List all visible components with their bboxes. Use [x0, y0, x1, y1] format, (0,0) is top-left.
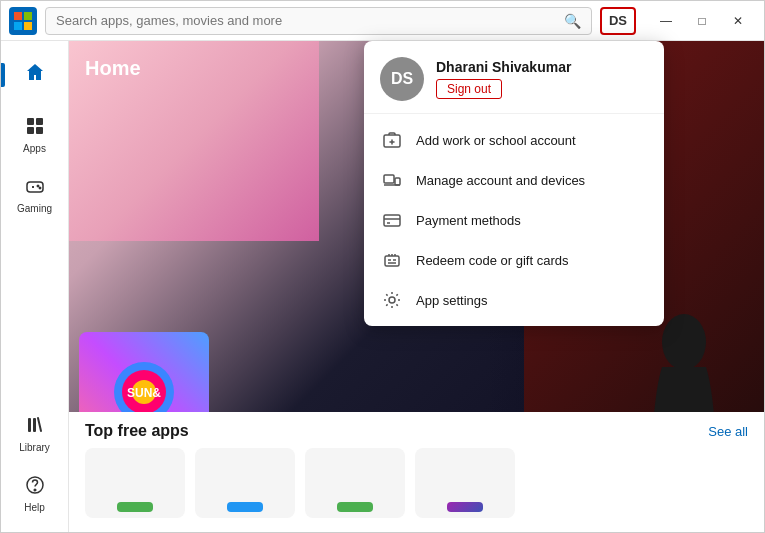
svg-rect-5 — [36, 118, 43, 125]
dropdown-header: DS Dharani Shivakumar Sign out — [364, 41, 664, 114]
dropdown-menu: Add work or school account Manage accoun… — [364, 114, 664, 326]
app-card-4-icon — [447, 502, 483, 512]
svg-rect-4 — [27, 118, 34, 125]
svg-point-25 — [389, 297, 395, 303]
manage-label: Manage account and devices — [416, 173, 585, 188]
free-apps-title: Top free apps — [85, 422, 189, 440]
svg-rect-6 — [27, 127, 34, 134]
app-card-1[interactable] — [85, 448, 185, 518]
search-input[interactable] — [56, 13, 556, 28]
redeem-icon — [382, 250, 402, 270]
sidebar-item-gaming[interactable]: Gaming — [5, 167, 65, 223]
dropdown-item-redeem[interactable]: Redeem code or gift cards — [364, 240, 664, 280]
window-controls: — □ ✕ — [648, 7, 756, 35]
svg-rect-1 — [24, 12, 32, 20]
titlebar: 🔍 DS — □ ✕ — [1, 1, 764, 41]
user-dropdown: DS Dharani Shivakumar Sign out Add work … — [364, 41, 664, 326]
user-name: Dharani Shivakumar — [436, 59, 648, 75]
app-card-3[interactable] — [305, 448, 405, 518]
svg-point-9 — [37, 185, 38, 186]
free-apps-header: Top free apps See all — [85, 422, 748, 440]
svg-rect-22 — [395, 178, 400, 185]
sidebar-label-apps: Apps — [23, 143, 46, 154]
sidebar-label-help: Help — [24, 502, 45, 513]
svg-point-14 — [34, 489, 36, 491]
dropdown-item-manage[interactable]: Manage account and devices — [364, 160, 664, 200]
add-work-label: Add work or school account — [416, 133, 576, 148]
sidebar-label-gaming: Gaming — [17, 203, 52, 214]
avatar: DS — [380, 57, 424, 101]
add-work-icon — [382, 130, 402, 150]
help-icon — [25, 475, 45, 500]
sidebar-item-library[interactable]: Library — [5, 406, 65, 462]
svg-rect-23 — [384, 215, 400, 226]
app-card-1-icon — [117, 502, 153, 512]
app-card-3-icon — [337, 502, 373, 512]
minimize-button[interactable]: — — [648, 7, 684, 35]
sign-out-button[interactable]: Sign out — [436, 79, 502, 99]
apps-icon — [25, 116, 45, 141]
app-card-2[interactable] — [195, 448, 295, 518]
manage-icon — [382, 170, 402, 190]
svg-rect-7 — [36, 127, 43, 134]
dropdown-item-add-work[interactable]: Add work or school account — [364, 120, 664, 160]
svg-rect-0 — [14, 12, 22, 20]
app-card-4[interactable] — [415, 448, 515, 518]
dropdown-item-settings[interactable]: App settings — [364, 280, 664, 320]
search-icon: 🔍 — [564, 13, 581, 29]
settings-icon — [382, 290, 402, 310]
ds-badge-button[interactable]: DS — [600, 7, 636, 35]
free-apps-section: Top free apps See all — [69, 412, 764, 532]
see-all-link[interactable]: See all — [708, 424, 748, 439]
gaming-icon — [25, 176, 45, 201]
svg-rect-12 — [33, 418, 36, 432]
svg-rect-11 — [28, 418, 31, 432]
svg-rect-24 — [385, 256, 399, 266]
free-apps-grid — [85, 448, 748, 518]
sidebar-item-apps[interactable]: Apps — [5, 107, 65, 163]
svg-rect-21 — [384, 175, 394, 183]
settings-label: App settings — [416, 293, 488, 308]
search-bar[interactable]: 🔍 — [45, 7, 592, 35]
sidebar-item-help[interactable]: Help — [5, 466, 65, 522]
app-window: 🔍 DS — □ ✕ — [0, 0, 765, 533]
sidebar: Apps Gaming — [1, 41, 69, 532]
dropdown-item-payment[interactable]: Payment methods — [364, 200, 664, 240]
app-card-2-icon — [227, 502, 263, 512]
svg-point-10 — [39, 187, 40, 188]
library-icon — [25, 415, 45, 440]
payment-icon — [382, 210, 402, 230]
maximize-button[interactable]: □ — [684, 7, 720, 35]
svg-rect-2 — [14, 22, 22, 30]
sidebar-item-home[interactable] — [5, 47, 65, 103]
svg-rect-3 — [24, 22, 32, 30]
svg-point-19 — [662, 314, 706, 370]
home-icon — [25, 62, 45, 87]
sidebar-label-library: Library — [19, 442, 50, 453]
banner-left-bg: Home — [69, 41, 319, 241]
user-info: Dharani Shivakumar Sign out — [436, 59, 648, 99]
sidebar-bottom: Library Help — [1, 404, 68, 532]
app-logo — [9, 7, 37, 35]
payment-label: Payment methods — [416, 213, 521, 228]
close-button[interactable]: ✕ — [720, 7, 756, 35]
svg-text:SUN&: SUN& — [127, 386, 161, 400]
redeem-label: Redeem code or gift cards — [416, 253, 568, 268]
home-heading: Home — [85, 57, 141, 80]
